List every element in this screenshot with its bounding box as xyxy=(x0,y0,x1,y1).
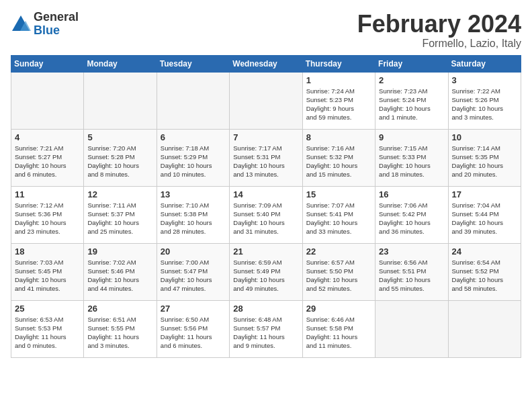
calendar-cell: 19Sunrise: 7:02 AM Sunset: 5:46 PM Dayli… xyxy=(84,243,157,300)
logo: General Blue xyxy=(11,11,79,38)
day-info: Sunrise: 7:16 AM Sunset: 5:32 PM Dayligh… xyxy=(306,144,371,179)
day-info: Sunrise: 7:11 AM Sunset: 5:37 PM Dayligh… xyxy=(87,201,152,236)
day-info: Sunrise: 7:24 AM Sunset: 5:23 PM Dayligh… xyxy=(306,87,371,122)
day-number: 22 xyxy=(306,246,371,257)
calendar-cell: 6Sunrise: 7:18 AM Sunset: 5:29 PM Daylig… xyxy=(157,129,229,186)
calendar-cell xyxy=(375,300,448,357)
day-info: Sunrise: 7:12 AM Sunset: 5:36 PM Dayligh… xyxy=(15,201,80,236)
day-info: Sunrise: 7:03 AM Sunset: 5:45 PM Dayligh… xyxy=(15,258,80,293)
calendar-week-row: 11Sunrise: 7:12 AM Sunset: 5:36 PM Dayli… xyxy=(11,186,521,243)
day-info: Sunrise: 7:22 AM Sunset: 5:26 PM Dayligh… xyxy=(452,87,517,122)
calendar-cell: 10Sunrise: 7:14 AM Sunset: 5:35 PM Dayli… xyxy=(448,129,521,186)
day-number: 9 xyxy=(379,132,444,142)
day-number: 5 xyxy=(87,132,152,142)
calendar-cell: 23Sunrise: 6:56 AM Sunset: 5:51 PM Dayli… xyxy=(375,243,448,300)
calendar-cell: 28Sunrise: 6:48 AM Sunset: 5:57 PM Dayli… xyxy=(230,300,302,357)
calendar-cell: 22Sunrise: 6:57 AM Sunset: 5:50 PM Dayli… xyxy=(302,243,375,300)
calendar-cell: 1Sunrise: 7:24 AM Sunset: 5:23 PM Daylig… xyxy=(302,72,375,129)
calendar-cell: 11Sunrise: 7:12 AM Sunset: 5:36 PM Dayli… xyxy=(11,186,84,243)
location-subtitle: Formello, Lazio, Italy xyxy=(357,38,521,50)
day-number: 2 xyxy=(379,75,444,85)
calendar-header-tuesday: Tuesday xyxy=(157,55,229,72)
calendar-header-wednesday: Wednesday xyxy=(230,55,302,72)
day-info: Sunrise: 7:18 AM Sunset: 5:29 PM Dayligh… xyxy=(161,144,226,179)
day-info: Sunrise: 7:09 AM Sunset: 5:40 PM Dayligh… xyxy=(233,201,298,236)
day-number: 12 xyxy=(87,189,152,199)
calendar-cell: 8Sunrise: 7:16 AM Sunset: 5:32 PM Daylig… xyxy=(302,129,375,186)
day-number: 6 xyxy=(161,132,226,142)
day-number: 1 xyxy=(306,75,371,85)
day-number: 20 xyxy=(161,246,226,257)
calendar-table: SundayMondayTuesdayWednesdayThursdayFrid… xyxy=(11,55,521,358)
day-number: 25 xyxy=(15,304,80,314)
day-info: Sunrise: 7:14 AM Sunset: 5:35 PM Dayligh… xyxy=(452,144,517,179)
day-number: 27 xyxy=(161,304,226,314)
calendar-cell: 4Sunrise: 7:21 AM Sunset: 5:27 PM Daylig… xyxy=(11,129,84,186)
day-number: 18 xyxy=(15,246,80,257)
day-info: Sunrise: 7:06 AM Sunset: 5:42 PM Dayligh… xyxy=(379,201,444,236)
calendar-cell: 15Sunrise: 7:07 AM Sunset: 5:41 PM Dayli… xyxy=(302,186,375,243)
calendar-week-row: 1Sunrise: 7:24 AM Sunset: 5:23 PM Daylig… xyxy=(11,72,521,129)
calendar-cell: 9Sunrise: 7:15 AM Sunset: 5:33 PM Daylig… xyxy=(375,129,448,186)
calendar-cell: 25Sunrise: 6:53 AM Sunset: 5:53 PM Dayli… xyxy=(11,300,84,357)
calendar-cell: 14Sunrise: 7:09 AM Sunset: 5:40 PM Dayli… xyxy=(230,186,302,243)
day-info: Sunrise: 6:56 AM Sunset: 5:51 PM Dayligh… xyxy=(379,258,444,293)
calendar-cell: 16Sunrise: 7:06 AM Sunset: 5:42 PM Dayli… xyxy=(375,186,448,243)
day-number: 23 xyxy=(379,246,444,257)
day-number: 16 xyxy=(379,189,444,199)
calendar-header-saturday: Saturday xyxy=(448,55,521,72)
day-number: 24 xyxy=(452,246,517,257)
day-info: Sunrise: 7:15 AM Sunset: 5:33 PM Dayligh… xyxy=(379,144,444,179)
calendar-cell: 21Sunrise: 6:59 AM Sunset: 5:49 PM Dayli… xyxy=(230,243,302,300)
day-info: Sunrise: 7:20 AM Sunset: 5:28 PM Dayligh… xyxy=(87,144,152,179)
day-info: Sunrise: 7:07 AM Sunset: 5:41 PM Dayligh… xyxy=(306,201,371,236)
day-number: 19 xyxy=(87,246,152,257)
day-info: Sunrise: 7:00 AM Sunset: 5:47 PM Dayligh… xyxy=(161,258,226,293)
calendar-cell: 29Sunrise: 6:46 AM Sunset: 5:58 PM Dayli… xyxy=(302,300,375,357)
day-number: 26 xyxy=(87,304,152,314)
day-info: Sunrise: 7:21 AM Sunset: 5:27 PM Dayligh… xyxy=(15,144,80,179)
logo-text: General Blue xyxy=(34,11,79,38)
calendar-cell: 7Sunrise: 7:17 AM Sunset: 5:31 PM Daylig… xyxy=(230,129,302,186)
day-info: Sunrise: 7:17 AM Sunset: 5:31 PM Dayligh… xyxy=(233,144,298,179)
calendar-header-row: SundayMondayTuesdayWednesdayThursdayFrid… xyxy=(11,55,521,72)
logo-icon xyxy=(11,14,31,34)
calendar-header-friday: Friday xyxy=(375,55,448,72)
calendar-cell: 2Sunrise: 7:23 AM Sunset: 5:24 PM Daylig… xyxy=(375,72,448,129)
calendar-cell xyxy=(84,72,157,129)
day-info: Sunrise: 7:04 AM Sunset: 5:44 PM Dayligh… xyxy=(452,201,517,236)
day-number: 11 xyxy=(15,189,80,199)
day-info: Sunrise: 6:53 AM Sunset: 5:53 PM Dayligh… xyxy=(15,315,80,351)
day-number: 15 xyxy=(306,189,371,199)
day-info: Sunrise: 7:02 AM Sunset: 5:46 PM Dayligh… xyxy=(87,258,152,293)
calendar-cell xyxy=(230,72,302,129)
calendar-header-monday: Monday xyxy=(84,55,157,72)
day-number: 28 xyxy=(233,304,298,314)
calendar-cell: 20Sunrise: 7:00 AM Sunset: 5:47 PM Dayli… xyxy=(157,243,229,300)
day-number: 8 xyxy=(306,132,371,142)
calendar-cell: 3Sunrise: 7:22 AM Sunset: 5:26 PM Daylig… xyxy=(448,72,521,129)
day-info: Sunrise: 6:57 AM Sunset: 5:50 PM Dayligh… xyxy=(306,258,371,293)
calendar-cell: 5Sunrise: 7:20 AM Sunset: 5:28 PM Daylig… xyxy=(84,129,157,186)
calendar-cell: 27Sunrise: 6:50 AM Sunset: 5:56 PM Dayli… xyxy=(157,300,229,357)
day-info: Sunrise: 6:50 AM Sunset: 5:56 PM Dayligh… xyxy=(161,315,226,351)
day-info: Sunrise: 6:51 AM Sunset: 5:55 PM Dayligh… xyxy=(87,315,152,351)
calendar-cell xyxy=(11,72,84,129)
calendar-header-sunday: Sunday xyxy=(11,55,84,72)
calendar-cell: 12Sunrise: 7:11 AM Sunset: 5:37 PM Dayli… xyxy=(84,186,157,243)
day-number: 10 xyxy=(452,132,517,142)
calendar-cell: 24Sunrise: 6:54 AM Sunset: 5:52 PM Dayli… xyxy=(448,243,521,300)
calendar-week-row: 18Sunrise: 7:03 AM Sunset: 5:45 PM Dayli… xyxy=(11,243,521,300)
calendar-header-thursday: Thursday xyxy=(302,55,375,72)
day-number: 3 xyxy=(452,75,517,85)
calendar-cell xyxy=(157,72,229,129)
logo-general: General xyxy=(34,11,79,24)
calendar-cell xyxy=(448,300,521,357)
day-number: 17 xyxy=(452,189,517,199)
calendar-cell: 26Sunrise: 6:51 AM Sunset: 5:55 PM Dayli… xyxy=(84,300,157,357)
calendar-cell: 17Sunrise: 7:04 AM Sunset: 5:44 PM Dayli… xyxy=(448,186,521,243)
title-block: February 2024 Formello, Lazio, Italy xyxy=(357,11,521,50)
day-info: Sunrise: 6:46 AM Sunset: 5:58 PM Dayligh… xyxy=(306,315,371,351)
day-number: 21 xyxy=(233,246,298,257)
day-number: 4 xyxy=(15,132,80,142)
